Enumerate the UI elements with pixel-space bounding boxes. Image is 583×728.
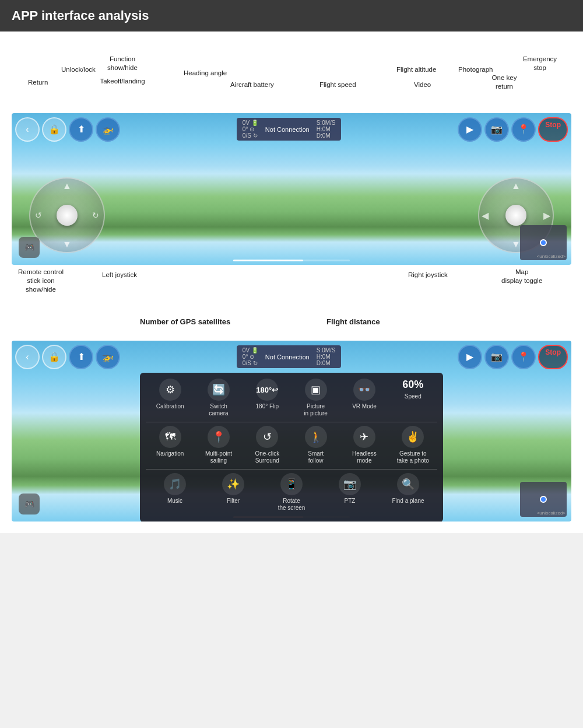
left-status-2: 0V 🔋 0° ⊙ 0/S ↻ [243, 347, 258, 366]
func-vr[interactable]: 👓 VR Mode [344, 379, 385, 417]
navigation-icon: 🗺 [159, 426, 181, 448]
func-calibration[interactable]: ⚙ Calibration [150, 379, 191, 417]
vr-label: VR Mode [352, 403, 377, 410]
headless-label: Headlessmode [352, 450, 377, 464]
right-buttons: ▶ 📷 📍 Stop [458, 117, 568, 142]
find-plane-label: Find a plane [392, 498, 424, 505]
status-panel: 0V 🔋 0° ⊙ 0/S ↻ Not Connection [237, 118, 342, 141]
ann-map-toggle: Mapdisplay toggle [501, 268, 542, 285]
rate-display-2: 0/S ↻ [243, 360, 258, 366]
lock-button[interactable]: 🔒 [42, 117, 66, 142]
drone-button[interactable]: 🚁 [96, 117, 120, 142]
stop-button[interactable]: Stop [538, 117, 568, 142]
switch-camera-icon: 🔄 [208, 379, 230, 401]
func-surround[interactable]: ↺ One-clickSurround [247, 426, 287, 464]
ann-emergency: Emergencystop [517, 55, 563, 72]
ann-takeoff: Takeoff/landing [96, 77, 149, 86]
ann-speed: Flight speed [319, 80, 356, 89]
annotations-top: Return Unlock/lock Functionshow/hide Tak… [6, 43, 577, 113]
map-thumbnail[interactable]: <unlocalized> [520, 225, 567, 260]
rotate-screen-icon: 📱 [280, 473, 303, 495]
func-multipoint[interactable]: 📍 Multi-pointsailing [198, 426, 239, 464]
angle-display-2: 0° ⊙ [243, 354, 258, 360]
center-info-panel-2: 0V 🔋 0° ⊙ 0/S ↻ Not Connection S:0M/S H:… [122, 345, 455, 368]
func-flip[interactable]: 180°↩ 180° Flip [247, 379, 287, 417]
photo-button-2[interactable]: 📷 [484, 345, 509, 369]
filter-icon: ✨ [222, 473, 244, 495]
music-icon: 🎵 [164, 473, 186, 495]
arrow-right-right: ▶ [543, 210, 550, 221]
page-header: APP interface analysis [0, 0, 583, 32]
speed-display: S:0M/S [317, 120, 336, 126]
func-switch-camera[interactable]: 🔄 Switchcamera [198, 379, 239, 417]
return-button-2[interactable]: ‹ [15, 345, 40, 369]
smart-follow-icon: 🚶 [305, 426, 327, 448]
func-smart-follow[interactable]: 🚶 Smartfollow [296, 426, 336, 464]
vr-icon: 👓 [353, 379, 375, 401]
ann-one-key: One keyreturn [484, 74, 525, 91]
flip-label: 180° Flip [256, 403, 279, 410]
rate-display: 0/S ↻ [243, 132, 258, 139]
right-status: S:0M/S H:0M D:0M [317, 120, 336, 139]
menu-divider-1 [146, 422, 437, 422]
stop-button-2[interactable]: Stop [538, 345, 568, 369]
gamepad-icon-button-2[interactable]: 🎮 [19, 494, 40, 514]
left-joystick[interactable]: ▲ ▼ ↺ ↻ [29, 177, 105, 253]
pip-icon: ▣ [305, 379, 327, 401]
return-home-button-2[interactable]: 📍 [511, 345, 536, 369]
func-music[interactable]: 🎵 Music [154, 473, 195, 512]
rotate-left-arrow: ↺ [35, 211, 42, 220]
flip-icon: 180°↩ [256, 379, 278, 401]
altitude-display: H:0M [317, 126, 336, 132]
right-status-2: S:0M/S H:0M D:0M [317, 347, 336, 366]
map-position-dot [540, 239, 547, 246]
ann-altitude: Flight altitude [396, 65, 436, 74]
phone-screen-1: ‹ 🔒 ⬆ 🚁 0V 🔋 0° ⊙ [12, 113, 571, 265]
ann-left-joystick: Left joystick [102, 271, 137, 279]
ann-battery: Aircraft battery [230, 80, 274, 89]
func-ptz[interactable]: 📷 PTZ [329, 473, 370, 512]
func-gesture-photo[interactable]: ✌ Gesture totake a photo [392, 426, 433, 464]
connection-status-2: Not Connection [265, 354, 310, 360]
return-home-button[interactable]: 📍 [511, 117, 536, 142]
right-buttons-2: ▶ 📷 📍 Stop [458, 345, 568, 369]
map-thumbnail-2[interactable]: <unlocalized> [520, 482, 567, 517]
arrow-down-left: ▼ [62, 239, 72, 250]
video-button-2[interactable]: ▶ [458, 345, 482, 369]
center-info-panel: 0V 🔋 0° ⊙ 0/S ↻ Not Connection [122, 118, 455, 141]
func-filter[interactable]: ✨ Filter [213, 473, 254, 512]
distance-display: D:0M [317, 132, 336, 139]
interface-section-1: Return Unlock/lock Functionshow/hide Tak… [6, 43, 577, 335]
drone-button-2[interactable]: 🚁 [96, 345, 120, 369]
arrow-down-right: ▼ [511, 239, 521, 250]
ptz-icon: 📷 [339, 473, 361, 495]
ann-flight-dist: Flight distance [326, 317, 380, 327]
function-button-2[interactable]: ⬆ [69, 345, 93, 369]
headless-icon: ✈ [353, 426, 375, 448]
function-menu: ⚙ Calibration 🔄 Switchcamera 180°↩ 180° … [140, 373, 443, 522]
func-rotate-screen[interactable]: 📱 Rotatethe screen [271, 473, 312, 512]
func-pip[interactable]: ▣ Picturein picture [296, 379, 336, 417]
ptz-label: PTZ [345, 498, 356, 505]
return-button[interactable]: ‹ [15, 117, 40, 142]
right-joystick-thumb [505, 205, 526, 226]
func-speed[interactable]: 60% Speed [392, 379, 433, 417]
func-navigation[interactable]: 🗺 Navigation [150, 426, 191, 464]
left-joystick-container[interactable]: ▲ ▼ ↺ ↻ [29, 177, 105, 253]
multipoint-label: Multi-pointsailing [205, 450, 232, 464]
photo-button[interactable]: 📷 [484, 117, 509, 142]
video-button[interactable]: ▶ [458, 117, 482, 142]
lock-button-2[interactable]: 🔒 [42, 345, 66, 369]
phone-screen-2: ‹ 🔒 ⬆ 🚁 0V 🔋 0° ⊙ 0/S ↻ Not Connection S… [12, 341, 571, 522]
func-find-plane[interactable]: 🔍 Find a plane [388, 473, 429, 512]
func-headless[interactable]: ✈ Headlessmode [344, 426, 385, 464]
gamepad-icon-button[interactable]: 🎮 [19, 237, 40, 258]
arrow-up-left: ▲ [62, 181, 72, 191]
navigation-label: Navigation [156, 450, 184, 457]
status-panel-2: 0V 🔋 0° ⊙ 0/S ↻ Not Connection S:0M/S H:… [237, 345, 342, 368]
switch-camera-label: Switchcamera [209, 403, 228, 417]
speed-value-display: 60% [402, 379, 423, 391]
function-button[interactable]: ⬆ [69, 117, 93, 142]
pip-label: Picturein picture [304, 403, 328, 417]
arrow-left-right: ◀ [482, 210, 489, 221]
